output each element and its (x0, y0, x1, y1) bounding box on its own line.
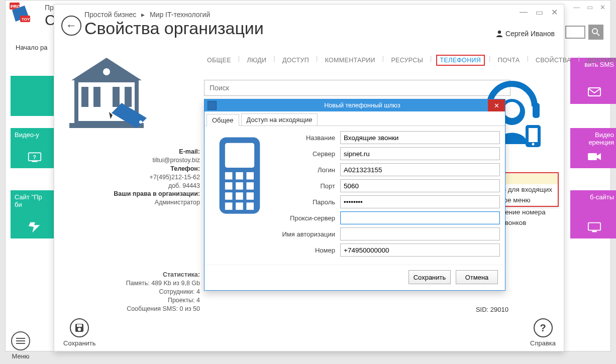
input-server[interactable] (340, 147, 500, 160)
tile-video-conference[interactable]: Видео еренция (570, 128, 616, 168)
tile-site-pr-label2: би (15, 201, 22, 208)
svg-rect-8 (588, 88, 600, 96)
bg-close-icon[interactable]: ✕ (600, 4, 605, 11)
tab-general[interactable]: ОБЩЕЕ (204, 55, 234, 66)
dialog-tabs: Общее Доступ на исходящие (204, 111, 505, 126)
hamburger-icon (11, 331, 30, 350)
svg-rect-53 (246, 182, 254, 190)
tile-site-pr-label1: Сайт "Пр (15, 193, 42, 201)
tabs-row: ОБЩЕЕ| ЛЮДИ| ДОСТУП| КОММЕНТАРИИ| РЕСУРС… (204, 55, 554, 66)
stats-projects: Проекты: 4 (168, 297, 200, 304)
dialog-form: Название Сервер Логин Порт Пароль (270, 131, 500, 260)
user-icon (495, 30, 503, 38)
breadcrumb-item-2[interactable]: Мир IT-технологий (150, 11, 210, 19)
input-port[interactable] (340, 179, 500, 192)
save-label: Сохранить (63, 339, 96, 347)
tile-unknown-green[interactable] (11, 76, 58, 116)
phone-illustration (210, 131, 270, 260)
tile-video-lesson[interactable]: Видео-у ? (11, 128, 58, 168)
new-gateway-dialog: Новый телефонный шлюз ✕ Общее Доступ на … (204, 99, 505, 291)
label-login: Логин (270, 166, 340, 174)
tab-documents[interactable]: ДОКУМЕНТЫ (584, 55, 616, 66)
stats-sms: Сообщения SMS: 0 из 50 (127, 305, 200, 312)
svg-rect-28 (533, 103, 540, 118)
user-name: Сергей Иванов (505, 30, 555, 38)
svg-point-23 (139, 120, 142, 124)
menu-button[interactable]: Меню (11, 331, 30, 360)
bg-search-button[interactable] (588, 25, 603, 40)
panel-close-icon[interactable]: ✕ (551, 8, 558, 17)
svg-point-30 (504, 102, 520, 118)
svg-rect-14 (592, 231, 596, 232)
tab-telephony[interactable]: ТЕЛЕФОНИЯ (436, 55, 485, 66)
svg-rect-58 (236, 202, 243, 210)
tab-properties[interactable]: СВОЙСТВА (533, 55, 574, 66)
back-button[interactable]: ← (61, 16, 81, 36)
rights-label: Ваши права в организации: (114, 190, 200, 197)
help-button-area[interactable]: ? Справка (530, 318, 556, 347)
tab-mail[interactable]: ПОЧТА (495, 55, 523, 66)
help-label: Справка (530, 339, 556, 347)
svg-rect-49 (236, 172, 243, 180)
input-auth-name[interactable] (340, 227, 500, 240)
dialog-footer: Сохранить Отмена (204, 265, 505, 290)
tile-site-prostoy[interactable]: Сайт "Пр би (11, 190, 58, 238)
dialog-cancel-button[interactable]: Отмена (456, 270, 498, 284)
panel-maximize-icon[interactable]: ▭ (536, 8, 543, 17)
svg-rect-18 (93, 87, 100, 107)
bg-minimize-icon[interactable]: — (573, 4, 580, 11)
panel-minimize-icon[interactable]: — (520, 8, 528, 17)
breadcrumb-item-1[interactable]: Простой бизнес (84, 11, 136, 19)
org-info-block: E-mail: tiltui@prostoy.biz Телефон: +7(4… (63, 148, 200, 207)
dialog-save-button[interactable]: Сохранить (408, 270, 451, 284)
dialog-title: Новый телефонный шлюз (220, 102, 505, 109)
breadcrumb: Простой бизнес ▸ Мир IT-технологий (84, 11, 210, 19)
label-number: Номер (270, 247, 340, 254)
tab-resources[interactable]: РЕСУРСЫ (388, 55, 426, 66)
stats-memory: Память: 489 Kb из 9,8 Gb (126, 280, 200, 287)
app-logo: PRO TOY (10, 3, 31, 23)
save-button-area[interactable]: Сохранить (63, 318, 96, 347)
panel-window-controls: — ▭ ✕ (520, 8, 558, 17)
svg-rect-13 (588, 223, 600, 230)
svg-point-33 (532, 143, 535, 146)
label-auth-name: Имя авторизации (270, 230, 340, 238)
svg-rect-55 (236, 192, 243, 200)
bg-maximize-icon[interactable]: ▭ (587, 4, 593, 11)
tile-vc-label2: еренция (588, 139, 614, 146)
svg-rect-52 (236, 182, 243, 190)
bg-search-input[interactable] (565, 26, 585, 39)
svg-line-5 (597, 33, 599, 36)
svg-rect-47 (225, 143, 254, 168)
dialog-titlebar[interactable]: Новый телефонный шлюз ✕ (204, 99, 505, 111)
input-proxy[interactable] (340, 211, 500, 224)
svg-rect-25 (77, 324, 82, 327)
phone-value-2: доб. 94443 (168, 182, 200, 189)
search-input[interactable] (204, 80, 510, 96)
svg-rect-50 (246, 172, 254, 180)
tab-comments[interactable]: КОММЕНТАРИИ (322, 55, 378, 66)
svg-point-15 (498, 31, 501, 34)
bg-window-controls: — ▭ ✕ (573, 4, 605, 11)
input-number[interactable] (340, 244, 500, 257)
dialog-tab-general[interactable]: Общее (207, 114, 239, 126)
menu-label: Меню (11, 352, 30, 360)
input-name[interactable] (340, 131, 500, 144)
tab-people[interactable]: ЛЮДИ (244, 55, 269, 66)
save-icon (70, 318, 89, 337)
svg-rect-51 (225, 182, 233, 190)
tile-websites[interactable]: б-сайты (570, 190, 616, 238)
svg-rect-32 (529, 128, 538, 142)
stats-employees: Сотрудники: 4 (159, 288, 200, 295)
input-password[interactable] (340, 195, 500, 208)
dialog-close-button[interactable]: ✕ (488, 99, 505, 111)
dialog-tab-outgoing[interactable]: Доступ на исходящие (241, 113, 318, 126)
organization-illustration (61, 48, 152, 138)
svg-rect-12 (588, 153, 597, 160)
input-login[interactable] (340, 163, 500, 176)
label-server: Сервер (270, 150, 340, 158)
user-badge[interactable]: Сергей Иванов (495, 30, 555, 38)
tab-access[interactable]: ДОСТУП (279, 55, 312, 66)
organization-panel: ← Простой бизнес ▸ Мир IT-технологий Сво… (54, 4, 564, 351)
svg-point-22 (103, 68, 110, 75)
